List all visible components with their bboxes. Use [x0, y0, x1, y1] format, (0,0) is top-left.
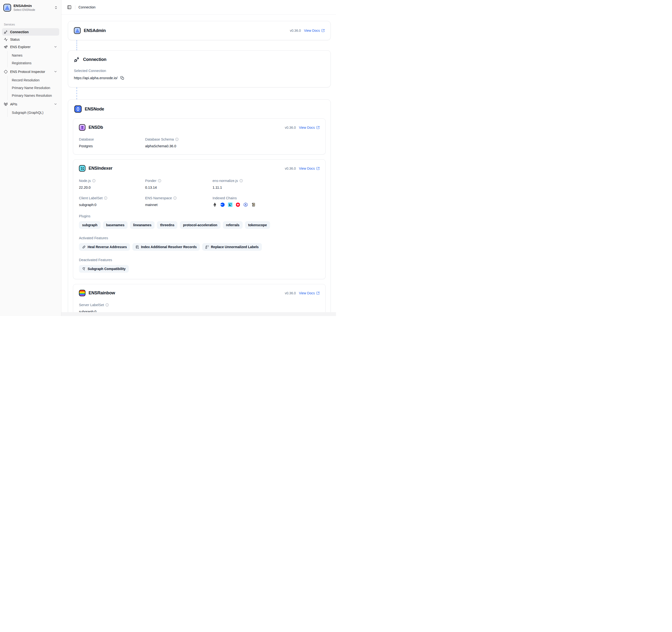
- ensdb-icon: [79, 124, 86, 131]
- telescope-icon: [4, 45, 8, 49]
- app-title: ENSAdmin: [14, 4, 51, 8]
- panel-left-icon: [67, 5, 71, 9]
- plugin-badge: referrals: [223, 221, 243, 229]
- indexed-chains-list: [213, 202, 320, 207]
- ens-namespace-value: mainnet: [145, 203, 213, 207]
- info-icon[interactable]: [105, 303, 109, 307]
- info-icon[interactable]: [158, 179, 161, 183]
- apis-sublist: Subgraph (GraphQL): [7, 108, 59, 117]
- sidebar-nav: Connection Status ENS Explorer Names Reg…: [0, 28, 61, 118]
- ensindexer-icon: [79, 165, 86, 172]
- activated-features-list: Heal Reverse Addresses Index Additional …: [79, 243, 320, 251]
- database-value: Postgres: [79, 144, 145, 148]
- activity-icon: [4, 38, 8, 41]
- info-icon[interactable]: [239, 179, 243, 183]
- chevron-down-icon: [54, 45, 57, 49]
- feature-badge: Index Additional Resolver Records: [133, 243, 200, 251]
- ethereum-chain-icon: [213, 202, 217, 207]
- sidebar-item-primary-names-resolution[interactable]: Primary Names Resolution: [8, 92, 59, 99]
- sidebar-item-names[interactable]: Names: [8, 51, 59, 59]
- topbar: Connection: [62, 0, 336, 15]
- sidebar-item-label: ENS Protocol Inspector: [10, 70, 51, 74]
- sidebar-toggle-button[interactable]: [66, 4, 73, 10]
- info-icon[interactable]: [92, 179, 96, 183]
- card-connector-dashed: [76, 87, 77, 99]
- ens-namespace-label: ENS Namespace: [145, 196, 172, 200]
- deactivated-features-label: Deactivated Features: [79, 258, 320, 262]
- ensindexer-view-docs-link[interactable]: View Docs: [299, 167, 320, 170]
- plugin-badge: threedns: [157, 221, 177, 229]
- external-link-icon: [321, 29, 325, 32]
- linea-chain-icon: [228, 202, 233, 207]
- database-label: Database: [79, 138, 145, 141]
- external-link-icon: [316, 291, 320, 295]
- database-schema-value: alphaSchema0.36.0: [145, 144, 320, 148]
- info-icon[interactable]: [104, 196, 107, 200]
- chevron-down-icon: [54, 70, 57, 73]
- client-labelset-label: Client LabelSet: [79, 196, 102, 200]
- bottom-background-strip: [62, 312, 336, 316]
- protocol-inspector-sublist: Record Resolution Primary Name Resolutio…: [7, 76, 59, 100]
- plugins-list: subgraph basenames lineanames threedns p…: [79, 221, 320, 229]
- arbitrum-chain-icon: [243, 202, 248, 207]
- database-plus-icon: [136, 245, 139, 249]
- sidebar-item-ens-explorer[interactable]: ENS Explorer: [2, 43, 59, 51]
- sidebar-item-label: Connection: [10, 30, 29, 34]
- sidebar-item-label: APIs: [10, 102, 51, 106]
- ensadmin-view-docs-link[interactable]: View Docs: [304, 29, 325, 32]
- copy-icon: [120, 76, 124, 80]
- sidebar-item-registrations[interactable]: Registrations: [8, 59, 59, 67]
- plugin-badge: protocol-acceleration: [180, 221, 220, 229]
- sidebar-item-label: Status: [10, 38, 20, 41]
- base-chain-icon: [220, 202, 225, 207]
- ensadmin-logo-icon: [3, 4, 11, 11]
- ens-explorer-sublist: Names Registrations: [7, 51, 59, 67]
- copy-url-button[interactable]: [120, 76, 125, 80]
- feature-badge: Replace Unnormalized Labels: [202, 243, 262, 251]
- ensrainbow-version: v0.36.0: [285, 291, 296, 295]
- nodejs-value: 22.20.0: [79, 186, 145, 189]
- chevron-down-icon: [54, 102, 57, 106]
- ens-normalize-label: ens-normalize.js: [213, 179, 238, 183]
- sidebar-item-apis[interactable]: APIs: [2, 100, 59, 108]
- sidebar-item-record-resolution[interactable]: Record Resolution: [8, 76, 59, 84]
- deactivated-features-list: Subgraph Compatibility: [79, 265, 320, 273]
- diamond-icon: [4, 70, 8, 74]
- plugin-badge: tokenscope: [245, 221, 270, 229]
- connection-card-title: Connection: [83, 57, 106, 62]
- ensrainbow-view-docs-link[interactable]: View Docs: [299, 291, 320, 295]
- sidebar-item-ens-protocol-inspector[interactable]: ENS Protocol Inspector: [2, 68, 59, 75]
- ensdb-card: ENSDb v0.36.0 View Docs Database Postgre…: [73, 118, 326, 154]
- info-icon[interactable]: [175, 138, 178, 141]
- topbar-divider: [75, 5, 75, 9]
- sidebar: ENSAdmin Select ENSNode Services Connect…: [0, 0, 62, 316]
- external-link-icon: [316, 167, 320, 170]
- sidebar-item-connection[interactable]: Connection: [2, 28, 59, 35]
- sidebar-item-subgraph-graphql[interactable]: Subgraph (GraphQL): [8, 109, 59, 117]
- ensdb-view-docs-link[interactable]: View Docs: [299, 126, 320, 129]
- plugins-label: Plugins: [79, 214, 320, 218]
- ensadmin-card: ENSAdmin v0.36.0 View Docs: [68, 21, 331, 40]
- subgraph-compatibility-icon: [82, 267, 86, 271]
- plug-zap-icon: [74, 56, 80, 62]
- ensnode-switcher[interactable]: ENSAdmin Select ENSNode: [0, 0, 61, 15]
- ensadmin-version: v0.36.0: [290, 29, 301, 32]
- page-content: ENSAdmin v0.36.0 View Docs Connection Se…: [62, 15, 336, 316]
- connection-card: Connection Selected Connection https://a…: [68, 50, 331, 87]
- ensindexer-version: v0.36.0: [285, 167, 296, 170]
- ensadmin-icon: [74, 27, 81, 34]
- sidebar-item-primary-name-resolution[interactable]: Primary Name Resolution: [8, 84, 59, 92]
- selected-connection-label: Selected Connection: [74, 69, 325, 73]
- radio-tower-icon: [4, 102, 8, 106]
- sidebar-item-status[interactable]: Status: [2, 35, 59, 43]
- plugin-badge: lineanames: [130, 221, 154, 229]
- ensnode-icon: [74, 105, 81, 113]
- client-labelset-value: subgraph:0: [79, 203, 145, 207]
- app-subtitle: Select ENSNode: [14, 8, 51, 11]
- info-icon[interactable]: [173, 196, 177, 200]
- ensnode-card-title: ENSNode: [85, 106, 104, 112]
- ensadmin-app: ENSAdmin Select ENSNode Services Connect…: [0, 0, 336, 316]
- ens-normalize-value: 1.11.1: [213, 186, 320, 189]
- replace-icon: [205, 245, 209, 249]
- feature-badge: Subgraph Compatibility: [79, 265, 129, 273]
